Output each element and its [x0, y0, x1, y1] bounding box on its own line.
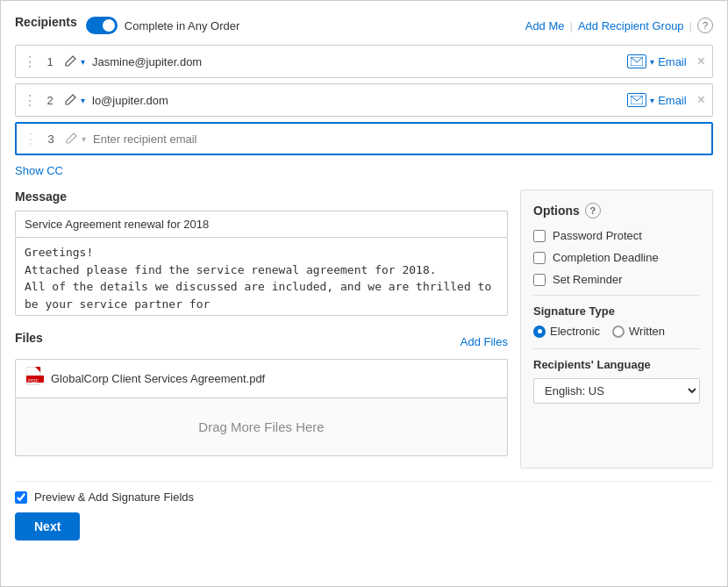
recipients-header: Recipients Complete in Any Order Add Me … [15, 15, 713, 36]
message-title: Message [15, 190, 508, 204]
sig-separator [533, 348, 700, 349]
complete-in-order-toggle[interactable] [86, 17, 118, 34]
sig-electronic-radio[interactable]: Electronic [533, 325, 600, 338]
divider: | [570, 19, 573, 32]
add-recipient-group-link[interactable]: Add Recipient Group [578, 19, 684, 32]
chevron-1[interactable]: ▾ [81, 57, 85, 67]
email-label-2: Email [658, 94, 687, 107]
row-num-3: 3 [45, 132, 57, 146]
language-label: Recipients' Language [533, 358, 700, 371]
chevron-3[interactable]: ▾ [82, 134, 86, 144]
email-icon-2 [627, 93, 646, 107]
completion-deadline-row: Completion Deadline [533, 251, 700, 264]
electronic-radio-dot [533, 326, 546, 338]
drag-handle-3: ⋮ [24, 131, 38, 147]
pen-icon-2: ▾ [63, 93, 85, 107]
password-protect-checkbox[interactable] [533, 230, 546, 242]
footer: Preview & Add Signature Fields [15, 481, 713, 504]
recipients-title: Recipients [15, 15, 77, 29]
preview-checkbox[interactable] [15, 491, 27, 504]
next-btn-row: Next [15, 512, 713, 540]
sig-written-label: Written [629, 325, 665, 338]
drag-handle-1[interactable]: ⋮ [23, 54, 37, 70]
recipient-row-2: ⋮ 2 ▾ ▾ Email × [15, 83, 713, 117]
options-panel: Options ? Password Protect Completion De… [520, 190, 713, 469]
message-subject[interactable] [15, 211, 508, 237]
written-radio-dot [612, 326, 625, 338]
completion-deadline-checkbox[interactable] [533, 252, 546, 264]
chevron-2[interactable]: ▾ [81, 96, 85, 105]
main-container: Recipients Complete in Any Order Add Me … [0, 0, 728, 587]
row-num-1: 1 [44, 55, 56, 68]
drag-handle-2[interactable]: ⋮ [23, 92, 37, 109]
svg-text:PDF: PDF [28, 378, 39, 383]
files-header: Files Add Files [15, 331, 508, 352]
recipient-email-3[interactable] [93, 132, 704, 146]
message-section: Message Greetings! Attached please find … [15, 190, 508, 319]
chevron-email-2[interactable]: ▾ [650, 96, 654, 105]
sig-electronic-label: Electronic [550, 325, 600, 338]
add-me-link[interactable]: Add Me [525, 19, 565, 32]
options-separator [533, 295, 700, 296]
email-icon-1 [627, 54, 646, 68]
recipient-row-3: ⋮ 3 ▾ [15, 122, 713, 155]
file-item: PDF GlobalCorp Client Services Agreement… [15, 359, 508, 397]
add-files-link[interactable]: Add Files [460, 335, 508, 348]
any-order-label: Complete in Any Order [125, 19, 240, 32]
sig-written-radio[interactable]: Written [612, 325, 665, 338]
close-row-1[interactable]: × [697, 54, 705, 69]
recipient-email-2[interactable] [92, 94, 620, 107]
preview-check-row: Preview & Add Signature Fields [15, 490, 194, 504]
recipients-right: Add Me | Add Recipient Group | ? [525, 18, 713, 33]
password-protect-label: Password Protect [553, 229, 642, 242]
options-header: Options ? [533, 203, 700, 218]
pen-icon-3: ▾ [64, 132, 86, 146]
password-protect-row: Password Protect [533, 229, 700, 242]
row-num-2: 2 [44, 94, 56, 107]
signature-type-label: Signature Type [533, 304, 700, 318]
email-type-2: ▾ Email [627, 93, 687, 107]
main-two-col: Message Greetings! Attached please find … [15, 190, 713, 469]
pdf-icon: PDF [26, 367, 44, 390]
toggle-switch: Complete in Any Order [86, 17, 240, 34]
show-cc-link[interactable]: Show CC [15, 164, 63, 177]
file-name: GlobalCorp Client Services Agreement.pdf [51, 372, 265, 385]
set-reminder-label: Set Reminder [553, 273, 622, 286]
set-reminder-checkbox[interactable] [533, 274, 546, 286]
drag-zone-label: Drag More Files Here [198, 419, 324, 434]
options-help-icon[interactable]: ? [585, 203, 601, 218]
set-reminder-row: Set Reminder [533, 273, 700, 286]
email-type-1: ▾ Email [627, 54, 687, 68]
recipient-email-1[interactable] [92, 55, 620, 68]
files-section: Files Add Files PDF GlobalCorp Client Se… [15, 331, 508, 456]
next-button[interactable]: Next [15, 512, 80, 540]
files-title: Files [15, 331, 43, 345]
drag-drop-zone[interactable]: Drag More Files Here [15, 397, 508, 456]
options-title: Options [533, 204, 580, 218]
divider2: | [689, 19, 692, 32]
close-row-2[interactable]: × [697, 92, 705, 108]
email-label-1: Email [658, 55, 687, 68]
chevron-email-1[interactable]: ▾ [650, 57, 654, 67]
preview-label: Preview & Add Signature Fields [34, 490, 194, 504]
left-col: Message Greetings! Attached please find … [15, 190, 508, 469]
recipients-left: Recipients Complete in Any Order [15, 15, 239, 36]
message-body[interactable]: Greetings! Attached please find the serv… [15, 237, 508, 316]
language-select[interactable]: English: US English: UK French German Sp… [533, 378, 700, 404]
completion-deadline-label: Completion Deadline [553, 251, 659, 264]
pen-icon-1: ▾ [63, 54, 85, 68]
signature-type-row: Electronic Written [533, 325, 700, 338]
help-icon[interactable]: ? [697, 18, 713, 33]
recipient-row-1: ⋮ 1 ▾ ▾ Email × [15, 45, 713, 78]
